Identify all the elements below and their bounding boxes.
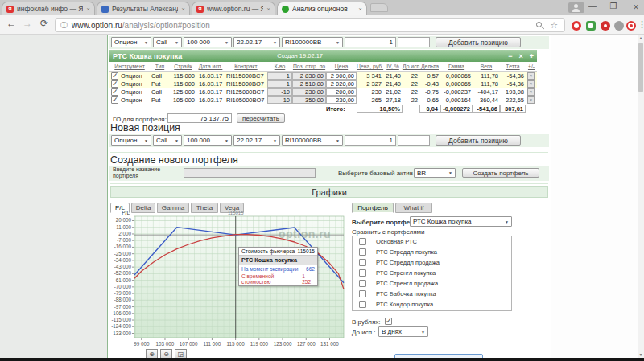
price-cell[interactable]: 2 020,00 bbox=[326, 80, 357, 88]
row-checkbox[interactable] bbox=[111, 80, 118, 88]
col-type[interactable]: Тип bbox=[150, 64, 170, 69]
extension-target-icon[interactable] bbox=[626, 21, 636, 31]
list-item[interactable]: РТС Кондор покупка bbox=[353, 299, 511, 310]
delete-row-icon[interactable]: × bbox=[527, 96, 535, 104]
collapse-icon[interactable]: − bbox=[508, 52, 512, 60]
delete-row-icon[interactable]: × bbox=[527, 72, 535, 80]
portfolio-name-input[interactable] bbox=[184, 168, 316, 178]
col-contract[interactable]: Контракт bbox=[225, 64, 267, 69]
maximize-button[interactable]: ❐ bbox=[605, 2, 621, 10]
col-theta[interactable]: Тетта bbox=[500, 64, 526, 69]
add-portfolio-icon[interactable]: + bbox=[530, 52, 534, 60]
browser-tab-2[interactable]: Результаты Александр К × bbox=[97, 2, 190, 15]
delete-row-icon[interactable]: × bbox=[527, 80, 535, 88]
strike-select[interactable]: 100 000▼ bbox=[184, 37, 232, 47]
portfolio-select[interactable]: РТС Кошка покупка▼ bbox=[410, 216, 512, 227]
compare-checkbox[interactable] bbox=[359, 259, 366, 266]
qty-cell[interactable]: -10 bbox=[267, 88, 292, 96]
create-portfolio-button[interactable]: Создать портфель bbox=[462, 168, 539, 178]
tab-close-icon[interactable]: × bbox=[266, 6, 270, 13]
price-input[interactable] bbox=[398, 135, 430, 146]
row-checkbox[interactable] bbox=[111, 88, 118, 96]
expiry-date-select[interactable]: 22.02.17▼ bbox=[233, 135, 280, 146]
browser-tab-1[interactable]: Я инфоклаб инфо — Янд × bbox=[2, 2, 95, 15]
open-price-cell[interactable]: 2 510,00 bbox=[292, 80, 326, 88]
recalculate-button[interactable]: пересчитать bbox=[237, 113, 285, 123]
col-open[interactable]: Поз. откр. по bbox=[292, 64, 326, 69]
days-select[interactable]: В днях▼ bbox=[378, 326, 428, 337]
option-type-select[interactable]: Call▼ bbox=[153, 37, 182, 47]
col-strike[interactable]: Страйк bbox=[170, 64, 196, 69]
instrument-select[interactable]: Опцион▼ bbox=[111, 37, 151, 47]
price-input[interactable] bbox=[398, 37, 430, 47]
expiry-date-select[interactable]: 22.02.17▼ bbox=[233, 37, 280, 47]
scroll-up-icon[interactable]: ▲ bbox=[638, 35, 644, 41]
col-delta[interactable]: Дельта bbox=[419, 64, 440, 69]
browser-tab-active[interactable]: Анализ опционов × bbox=[277, 2, 367, 15]
tab-close-icon[interactable]: × bbox=[86, 6, 90, 13]
qty-cell[interactable]: -10 bbox=[267, 96, 292, 104]
option-type-select[interactable]: Call▼ bbox=[153, 135, 182, 146]
col-instrument[interactable]: Инструмент bbox=[109, 64, 150, 69]
list-item[interactable]: РТС Стреддл продажа bbox=[353, 257, 511, 268]
rubles-checkbox[interactable] bbox=[385, 318, 392, 325]
row-checkbox[interactable] bbox=[111, 96, 118, 104]
scroll-down-icon[interactable]: ▼ bbox=[638, 351, 644, 358]
col-iv[interactable]: IV, % bbox=[383, 64, 402, 69]
tab-portfolio[interactable]: Портфель bbox=[352, 203, 394, 213]
address-bar[interactable]: ⓘ www.option.ru/analysis/option#position… bbox=[55, 18, 565, 32]
compare-checkbox[interactable] bbox=[359, 238, 366, 245]
compare-checkbox[interactable] bbox=[359, 280, 366, 287]
reload-icon[interactable]: ⟳ bbox=[40, 18, 48, 29]
quantity-input[interactable]: 1 bbox=[345, 37, 396, 47]
minimize-button[interactable]: — bbox=[584, 2, 601, 10]
compare-checkbox[interactable] bbox=[359, 248, 366, 256]
contract-select[interactable]: RI100000BB▼ bbox=[282, 135, 343, 146]
col-price-rub[interactable]: Цена, руб. bbox=[357, 64, 383, 69]
add-position-button[interactable]: Добавить позицию bbox=[436, 135, 521, 146]
open-price-cell[interactable]: 2 830,00 bbox=[292, 72, 326, 80]
qty-cell[interactable]: 1 bbox=[267, 72, 292, 80]
browser-tab-3[interactable]: Я www.option.ru — Яндек × bbox=[192, 2, 275, 15]
tab-close-icon[interactable]: × bbox=[358, 6, 362, 13]
compare-checkbox[interactable] bbox=[359, 269, 366, 277]
extension-red-icon[interactable] bbox=[601, 21, 610, 31]
extension-green-icon[interactable] bbox=[586, 21, 596, 31]
tab-close-icon[interactable]: × bbox=[181, 6, 185, 13]
list-item[interactable]: РТС Стренгл покупка bbox=[353, 268, 511, 278]
col-exp[interactable]: Дата исп. bbox=[196, 64, 225, 69]
search-icon[interactable] bbox=[536, 22, 542, 27]
col-qty[interactable]: К-во bbox=[267, 64, 292, 69]
row-checkbox[interactable] bbox=[111, 72, 118, 80]
list-item[interactable]: РТС Стреддл покупка bbox=[353, 247, 511, 257]
add-position-button[interactable]: Добавить позицию bbox=[436, 37, 521, 47]
qty-cell[interactable]: 1 bbox=[267, 80, 292, 88]
list-item[interactable]: Основная РТС bbox=[353, 236, 511, 247]
col-vega[interactable]: Вега bbox=[473, 64, 500, 69]
profile-button[interactable] bbox=[568, 2, 584, 13]
tab-what-if[interactable]: What if bbox=[395, 203, 432, 213]
delete-row-icon[interactable]: × bbox=[527, 88, 535, 96]
extension-opera-icon[interactable] bbox=[572, 21, 581, 31]
base-asset-select[interactable]: BR▼ bbox=[414, 168, 456, 178]
contract-select[interactable]: RI100000BB▼ bbox=[282, 37, 343, 47]
compare-checkbox[interactable] bbox=[359, 301, 366, 308]
instrument-select[interactable]: Опцион▼ bbox=[111, 135, 151, 146]
strike-select[interactable]: 100 000▼ bbox=[184, 135, 232, 146]
col-price[interactable]: Цена bbox=[326, 64, 357, 69]
back-icon[interactable]: ← bbox=[6, 18, 16, 29]
col-gamma[interactable]: Гамма bbox=[440, 64, 473, 69]
compare-checkbox[interactable] bbox=[359, 290, 366, 297]
col-days[interactable]: До исп. bbox=[402, 64, 419, 69]
extension-gray-icon[interactable] bbox=[614, 21, 624, 31]
quantity-input[interactable]: 1 bbox=[345, 135, 396, 146]
close-portfolio-icon[interactable]: × bbox=[518, 52, 522, 60]
open-price-cell[interactable]: 350,00 bbox=[292, 96, 326, 104]
new-tab-button[interactable] bbox=[370, 3, 388, 12]
open-price-cell[interactable]: 230,00 bbox=[292, 88, 326, 96]
list-item[interactable]: РТС Бабочка покупка bbox=[353, 289, 511, 299]
list-item[interactable]: РТС Стренгл продажа bbox=[353, 278, 511, 289]
price-cell[interactable]: 200,00 bbox=[326, 88, 357, 96]
page-info-icon[interactable]: ⓘ bbox=[60, 20, 68, 31]
bookmark-star-icon[interactable]: ☆ bbox=[550, 20, 558, 31]
